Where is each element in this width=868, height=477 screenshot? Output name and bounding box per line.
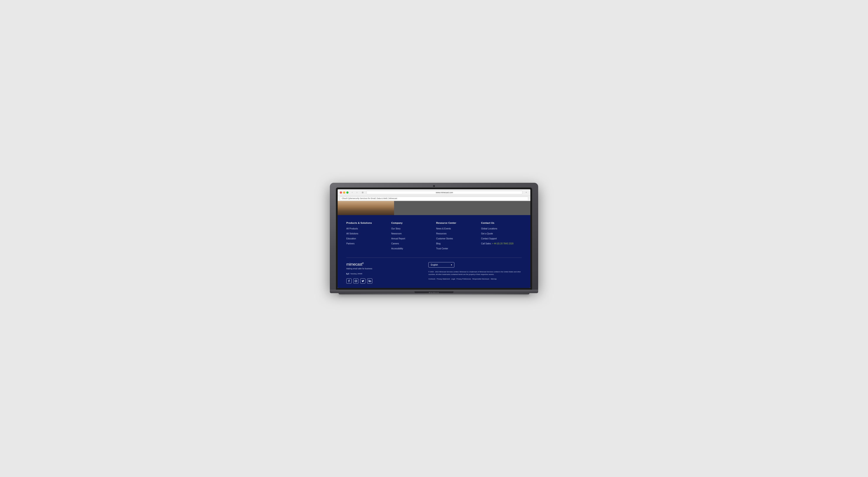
hero-strip — [338, 201, 530, 215]
svg-point-2 — [355, 280, 356, 281]
footer-link-our-story[interactable]: Our Story — [391, 227, 432, 230]
footer-bottom: mimecast® Making email safer for busines… — [346, 258, 522, 283]
hero-image — [338, 201, 394, 215]
footer-link-partners[interactable]: Partners — [346, 242, 387, 245]
footer-right: English ▾ © 2003 - 2022 Mimecast Service… — [428, 262, 522, 280]
active-tab[interactable]: Cloud Cybersecurity Services for Email, … — [340, 197, 528, 200]
minimize-button[interactable] — [343, 192, 345, 194]
logo-tagline: Making email safer for business — [346, 268, 424, 270]
laptop-screen-area: ‹ › ⊞ www.mimecast.com + Cloud Cybersecu… — [330, 183, 538, 290]
footer-left: mimecast® Making email safer for busines… — [346, 262, 424, 283]
forward-button[interactable]: › — [355, 191, 359, 195]
call-sales-number[interactable]: + 44 (0) 20 7843 2320 — [492, 242, 514, 245]
footer-link-get-a-quote[interactable]: Get a Quote — [481, 232, 522, 235]
linkedin-icon[interactable] — [367, 278, 372, 283]
legal-links: Contracts Privacy Statement Legal Privac… — [428, 278, 522, 280]
laptop-mockup: ‹ › ⊞ www.mimecast.com + Cloud Cybersecu… — [330, 183, 538, 295]
footer-link-contact-support[interactable]: Contact Support — [481, 237, 522, 240]
svg-point-3 — [356, 280, 357, 280]
close-button[interactable] — [340, 192, 342, 194]
legal-link-legal[interactable]: Legal — [451, 278, 455, 280]
footer-nav: Products & Solutions All Products All So… — [346, 222, 522, 258]
svg-rect-0 — [346, 273, 347, 274]
footer-link-all-products[interactable]: All Products — [346, 227, 387, 230]
screen: ‹ › ⊞ www.mimecast.com + Cloud Cybersecu… — [338, 189, 530, 288]
footer-col-products-title: Products & Solutions — [346, 222, 387, 224]
footer-col-contact-title: Contact Us — [481, 222, 522, 224]
call-sales-label: Call Sales: — [481, 242, 492, 245]
nasdaq-icon — [346, 272, 349, 275]
footer-link-customer-stories[interactable]: Customer Stories — [436, 237, 477, 240]
footer-col-company: Company Our Story Newsroom Annual Report… — [391, 222, 432, 252]
new-tab-button[interactable]: + — [524, 191, 528, 195]
nav-buttons: ‹ › — [350, 191, 359, 195]
browser-toolbar: ‹ › ⊞ www.mimecast.com + — [338, 189, 530, 196]
back-button[interactable]: ‹ — [350, 191, 354, 195]
footer-link-annual-report[interactable]: Annual Report — [391, 237, 432, 240]
svg-rect-1 — [355, 280, 357, 282]
hero-image-right — [394, 201, 530, 215]
traffic-lights — [340, 192, 348, 194]
footer-link-education[interactable]: Education — [346, 237, 387, 240]
copyright-text: © 2003 - 2022 Mimecast Services Limited.… — [428, 271, 522, 276]
footer-link-resources[interactable]: Resources — [436, 232, 477, 235]
twitter-icon[interactable] — [360, 278, 365, 283]
language-selector[interactable]: English ▾ — [428, 262, 455, 268]
footer-col-company-title: Company — [391, 222, 432, 224]
footer-link-careers[interactable]: Careers — [391, 242, 432, 245]
footer-call-sales: Call Sales: + 44 (0) 20 7843 2320 — [481, 242, 522, 245]
legal-link-privacy-preferences[interactable]: Privacy Preferences — [457, 278, 471, 280]
logo-superscript: ® — [362, 262, 364, 265]
footer-link-global-locations[interactable]: Global Locations — [481, 227, 522, 230]
footer-link-trust-center[interactable]: Trust Center — [436, 247, 477, 250]
footer-col-products: Products & Solutions All Products All So… — [346, 222, 387, 252]
grid-view-button[interactable]: ⊞ — [361, 191, 365, 195]
legal-link-sitemap[interactable]: Sitemap — [491, 278, 497, 280]
footer: Products & Solutions All Products All So… — [338, 215, 530, 288]
screen-bezel: ‹ › ⊞ www.mimecast.com + Cloud Cybersecu… — [336, 188, 532, 290]
tab-bar: Cloud Cybersecurity Services for Email, … — [338, 196, 530, 201]
footer-link-newsroom[interactable]: Newsroom — [391, 232, 432, 235]
social-icons — [346, 278, 424, 283]
macbook-label: MacBook — [429, 292, 439, 294]
legal-link-contracts[interactable]: Contracts — [428, 278, 435, 280]
page-content: Products & Solutions All Products All So… — [338, 201, 530, 288]
nasdaq-text: Nasdaq | MIME — [350, 273, 362, 275]
footer-link-accessibility[interactable]: Accessibility — [391, 247, 432, 250]
language-label: English — [431, 264, 438, 266]
footer-link-news-events[interactable]: News & Events — [436, 227, 477, 230]
footer-col-resources-title: Resource Center — [436, 222, 477, 224]
footer-link-blog[interactable]: Blog — [436, 242, 477, 245]
address-bar[interactable]: www.mimecast.com — [366, 191, 523, 194]
maximize-button[interactable] — [346, 192, 348, 194]
instagram-icon[interactable] — [353, 278, 359, 283]
webcam — [433, 185, 435, 187]
footer-col-contact: Contact Us Global Locations Get a Quote … — [481, 222, 522, 252]
logo-text: mimecast — [346, 262, 362, 267]
footer-link-all-solutions[interactable]: All Solutions — [346, 232, 387, 235]
legal-link-responsible-disclosure[interactable]: Responsible Disclosure — [472, 278, 489, 280]
footer-col-resources: Resource Center News & Events Resources … — [436, 222, 477, 252]
chevron-down-icon: ▾ — [451, 264, 452, 266]
legal-link-privacy-statement[interactable]: Privacy Statement — [437, 278, 450, 280]
facebook-icon[interactable] — [346, 278, 351, 283]
mimecast-logo: mimecast® — [346, 262, 424, 267]
nasdaq-badge: Nasdaq | MIME — [346, 272, 424, 275]
laptop-base: MacBook — [330, 290, 538, 293]
